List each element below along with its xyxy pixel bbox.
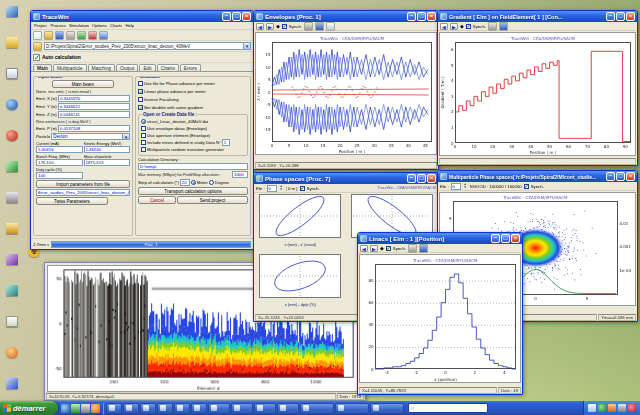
calculate-icon[interactable] bbox=[77, 31, 86, 40]
menu-options[interactable]: Options bbox=[92, 23, 107, 28]
desktop-icon[interactable] bbox=[4, 316, 20, 331]
tray-icon[interactable] bbox=[598, 404, 606, 412]
app-icon[interactable] bbox=[6, 347, 18, 358]
desktop-icon[interactable] bbox=[4, 37, 20, 52]
title-bar[interactable]: Phase spaces [Proc. 7] −□× bbox=[254, 173, 438, 184]
tab-multiparticle[interactable]: Multiparticle bbox=[53, 64, 87, 71]
close-button[interactable]: × bbox=[626, 12, 635, 21]
unit-degree-radio[interactable] bbox=[209, 180, 214, 185]
transport-options-button[interactable]: Transport calculation options bbox=[138, 187, 248, 195]
menu-simulation[interactable]: Simulation bbox=[69, 23, 89, 28]
desktop-icon[interactable] bbox=[4, 161, 20, 176]
menu-process[interactable]: Process bbox=[50, 23, 66, 28]
folder-icon[interactable] bbox=[6, 223, 18, 234]
include-errors-checkbox[interactable] bbox=[141, 140, 146, 145]
step-of-calculation-field[interactable]: 20 bbox=[180, 179, 190, 186]
desktop-icon[interactable] bbox=[4, 99, 20, 114]
minimize-button[interactable]: − bbox=[491, 234, 500, 243]
taskbar-window-button[interactable] bbox=[191, 403, 207, 414]
element-spinner[interactable]: ▴▾ bbox=[463, 183, 468, 189]
tray-icon[interactable] bbox=[608, 404, 616, 412]
maximize-button[interactable]: □ bbox=[417, 174, 426, 183]
tray-icon[interactable] bbox=[588, 404, 596, 412]
doublet-gradient-checkbox[interactable] bbox=[138, 105, 143, 110]
taskbar-window-button[interactable] bbox=[335, 403, 369, 414]
desktop-icon[interactable] bbox=[4, 130, 20, 145]
phase-z-plot[interactable] bbox=[259, 254, 341, 298]
kinetic-energy-field[interactable]: 1.46240 bbox=[84, 146, 131, 153]
calc-directory-field[interactable]: D:\temp\ bbox=[138, 163, 248, 170]
particle-dropdown-arrow[interactable]: ▾ bbox=[122, 134, 129, 139]
taskbar-window-button[interactable] bbox=[277, 403, 299, 414]
maximize-button[interactable]: □ bbox=[616, 12, 625, 21]
desktop-icon[interactable] bbox=[4, 378, 20, 393]
tray-icon[interactable] bbox=[618, 404, 626, 412]
app-icon[interactable] bbox=[6, 378, 18, 389]
menu-project[interactable]: Project bbox=[34, 23, 47, 28]
taskbar-window-button[interactable] bbox=[106, 403, 122, 414]
my-computer-icon[interactable] bbox=[6, 6, 18, 17]
inverse-focalising-checkbox[interactable] bbox=[138, 97, 143, 102]
title-bar[interactable]: Linacs [ Elm : 1 ][Position] −□× bbox=[358, 233, 522, 244]
emit-p-field[interactable]: 0.0537108 bbox=[58, 125, 130, 132]
app-icon[interactable] bbox=[6, 130, 18, 141]
globe-icon[interactable] bbox=[6, 99, 18, 110]
gradient-plot[interactable] bbox=[439, 32, 636, 156]
taskbar-window-button[interactable] bbox=[123, 403, 139, 414]
cancel-button[interactable]: Cancel bbox=[138, 196, 176, 204]
send-project-button[interactable]: Send project bbox=[177, 196, 248, 204]
taskbar-window-button[interactable] bbox=[140, 403, 156, 414]
element-number-field[interactable]: 0 bbox=[451, 183, 461, 190]
zoom-icon[interactable] bbox=[326, 22, 335, 31]
next-arrow-button[interactable]: ▶ bbox=[266, 23, 274, 30]
app-icon[interactable] bbox=[6, 192, 18, 203]
quick-launch-icon[interactable] bbox=[91, 404, 100, 413]
data-file-radio[interactable] bbox=[141, 119, 146, 124]
next-arrow-button[interactable]: ▶ bbox=[370, 245, 378, 252]
folder-icon[interactable] bbox=[6, 37, 18, 48]
particle-mass-field[interactable]: 1875.613 bbox=[84, 159, 131, 166]
element-number-field[interactable]: 0 bbox=[267, 185, 277, 192]
app-icon[interactable] bbox=[6, 254, 18, 265]
close-button[interactable]: × bbox=[626, 172, 635, 181]
combo-dropdown-arrow[interactable]: ▾ bbox=[243, 43, 250, 49]
open-project-icon[interactable] bbox=[44, 31, 53, 40]
quick-launch-browser-icon[interactable] bbox=[61, 404, 70, 413]
auto-calculation-check-icon[interactable]: ✓ bbox=[33, 54, 40, 61]
max-memory-field[interactable]: 1000 bbox=[232, 171, 248, 178]
use-aperture-element-checkbox[interactable] bbox=[141, 133, 146, 138]
new-project-icon[interactable] bbox=[33, 31, 42, 40]
start-button[interactable]: démarrer bbox=[0, 401, 58, 415]
current-field[interactable]: 5.40416 bbox=[36, 146, 83, 153]
emit-x-field[interactable]: 0.3445970 bbox=[58, 95, 130, 102]
synch-checkbox[interactable] bbox=[386, 246, 391, 251]
phase-advance-file-checkbox[interactable] bbox=[138, 81, 143, 86]
minimize-button[interactable]: − bbox=[222, 12, 231, 21]
phase-x-plot[interactable] bbox=[259, 194, 341, 238]
maximize-button[interactable]: □ bbox=[616, 172, 625, 181]
taskbar-window-button[interactable] bbox=[254, 403, 276, 414]
tray-icon[interactable] bbox=[628, 404, 636, 412]
save-icon[interactable] bbox=[499, 22, 508, 31]
taskbar-window-button[interactable] bbox=[174, 403, 190, 414]
tab-errors[interactable]: Errors bbox=[180, 64, 201, 71]
prev-arrow-button[interactable]: ◀ bbox=[440, 23, 448, 30]
close-button[interactable]: × bbox=[511, 234, 520, 243]
tab-edit[interactable]: Edit bbox=[139, 64, 155, 71]
tab-matching[interactable]: Matching bbox=[88, 64, 115, 71]
synch-checkbox[interactable] bbox=[466, 24, 471, 29]
desktop[interactable]: ☢ TraceWin − □ × Project Process Simulat… bbox=[0, 0, 640, 415]
minimize-button[interactable]: − bbox=[606, 12, 615, 21]
linear-phase-advance-checkbox[interactable] bbox=[138, 89, 143, 94]
maximize-button[interactable]: □ bbox=[232, 12, 241, 21]
taskbar-search-box[interactable]: ⌕ bbox=[408, 403, 488, 413]
bunch-freq-field[interactable]: 176.100 bbox=[36, 159, 83, 166]
prev-arrow-button[interactable]: ◀ bbox=[360, 245, 368, 252]
title-bar[interactable]: TraceWin − □ × bbox=[31, 11, 253, 22]
desktop-icon[interactable] bbox=[4, 223, 20, 238]
taskbar-window-button[interactable] bbox=[300, 403, 334, 414]
unit-meter-radio[interactable] bbox=[191, 180, 196, 185]
close-button[interactable]: × bbox=[427, 174, 436, 183]
synch-checkbox[interactable] bbox=[524, 184, 529, 189]
quick-launch-icon[interactable] bbox=[81, 404, 90, 413]
